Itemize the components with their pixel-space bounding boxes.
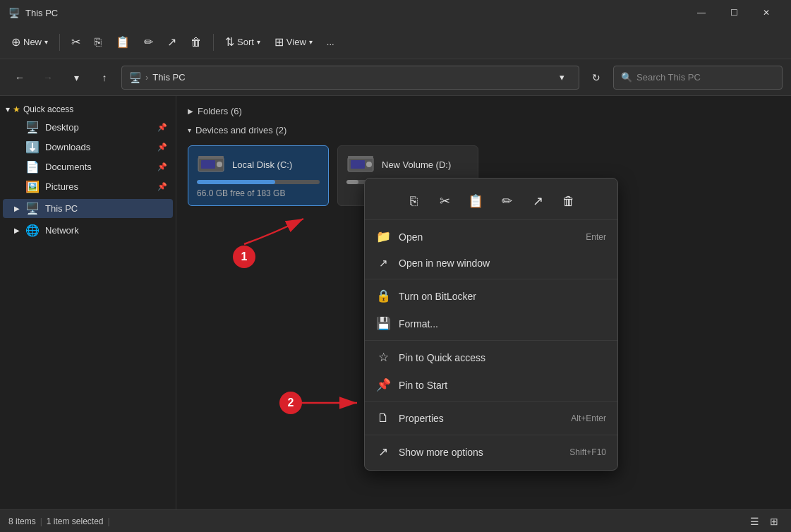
drive-d-header: New Volume (D:) bbox=[346, 153, 469, 176]
pictures-pin-icon: 📌 bbox=[157, 182, 167, 191]
annotation-1: 1 bbox=[233, 246, 255, 268]
ctx-pin-quick[interactable]: ☆ Pin to Quick access bbox=[365, 344, 617, 371]
toolbar-separator-2 bbox=[213, 34, 214, 51]
status-bar: 8 items | 1 item selected | ☰ ⊞ bbox=[0, 509, 791, 532]
folders-label: Folders (6) bbox=[198, 106, 242, 116]
ctx-sep-1 bbox=[365, 279, 617, 279]
address-path[interactable]: 🖥️ › This PC ▾ bbox=[121, 66, 579, 90]
ctx-pin-start-icon: 📌 bbox=[376, 377, 390, 392]
sidebar-item-desktop[interactable]: 🖥️ Desktop 📌 bbox=[3, 118, 173, 137]
sidebar-item-this-pc[interactable]: ▶ 🖥️ This PC bbox=[3, 199, 173, 218]
svg-rect-1 bbox=[201, 160, 215, 169]
sidebar-item-pictures[interactable]: 🖼️ Pictures 📌 bbox=[3, 177, 173, 196]
search-box[interactable]: 🔍 Search This PC bbox=[613, 66, 783, 90]
paste-icon: 📋 bbox=[116, 35, 130, 49]
delete-button[interactable]: 🗑 bbox=[185, 30, 207, 55]
drive-d-icon bbox=[346, 153, 375, 176]
expand-icon: ▾ bbox=[6, 104, 10, 114]
new-chevron-icon: ▾ bbox=[44, 38, 48, 46]
cut-icon: ✂ bbox=[71, 35, 80, 49]
address-separator: › bbox=[145, 72, 148, 83]
drive-c[interactable]: Local Disk (C:) 66.0 GB free of 183 GB bbox=[188, 145, 329, 206]
sidebar: ▾ ★ Quick access 🖥️ Desktop 📌 ⬇️ Downloa… bbox=[0, 96, 176, 509]
items-count: 8 items bbox=[8, 516, 36, 526]
maximize-button[interactable]: ☐ bbox=[718, 0, 750, 25]
desktop-pin-icon: 📌 bbox=[157, 123, 167, 132]
ctx-bitlocker[interactable]: 🔒 Turn on BitLocker bbox=[365, 282, 617, 310]
folders-section-header[interactable]: ▶ Folders (6) bbox=[188, 102, 780, 121]
ctx-pin-quick-icon: ☆ bbox=[376, 350, 390, 365]
forward-button[interactable]: → bbox=[37, 66, 59, 89]
documents-icon: 📄 bbox=[25, 160, 40, 174]
ctx-format-label: Format... bbox=[399, 318, 606, 330]
drives-section-header[interactable]: ▾ Devices and drives (2) bbox=[188, 121, 780, 140]
context-menu: ⎘ ✂ 📋 ✏ ↗ 🗑 📁 Open Enter ↗ Open in new w… bbox=[364, 178, 618, 471]
list-view-button[interactable]: ☰ bbox=[746, 513, 763, 530]
dropdown-history-button[interactable]: ▾ bbox=[65, 66, 87, 89]
annotation-1-number: 1 bbox=[241, 250, 248, 263]
view-icon: ⊞ bbox=[274, 35, 284, 49]
annotation-2-number: 2 bbox=[288, 397, 294, 409]
sidebar-item-documents[interactable]: 📄 Documents 📌 bbox=[3, 157, 173, 176]
back-button[interactable]: ← bbox=[8, 66, 31, 89]
drive-d-name: New Volume (D:) bbox=[382, 159, 451, 170]
ctx-bitlocker-label: Turn on BitLocker bbox=[399, 291, 606, 302]
status-right: ☰ ⊞ bbox=[746, 513, 783, 530]
refresh-button[interactable]: ↻ bbox=[585, 66, 608, 89]
sidebar-item-pictures-label: Pictures bbox=[45, 181, 78, 192]
sort-button[interactable]: ⇅ Sort ▾ bbox=[219, 30, 266, 55]
rename-button[interactable]: ✏ bbox=[138, 30, 159, 55]
status-divider-2: | bbox=[108, 516, 110, 526]
address-icon: 🖥️ bbox=[129, 72, 141, 83]
this-pc-expand-icon: ▶ bbox=[14, 205, 20, 212]
ctx-properties[interactable]: 🗋 Properties Alt+Enter bbox=[365, 405, 617, 432]
window-title: This PC bbox=[25, 8, 58, 18]
ctx-pin-start[interactable]: 📌 Pin to Start bbox=[365, 371, 617, 399]
search-placeholder: Search This PC bbox=[636, 72, 701, 83]
sort-chevron-icon: ▾ bbox=[257, 38, 260, 46]
ctx-cut-btn[interactable]: ✂ bbox=[432, 188, 457, 214]
ctx-copy-btn[interactable]: ⎘ bbox=[401, 188, 426, 214]
share-button[interactable]: ↗ bbox=[162, 30, 182, 55]
ctx-delete-icon: 🗑 bbox=[562, 194, 575, 209]
close-button[interactable]: ✕ bbox=[750, 0, 783, 25]
ctx-share-btn[interactable]: ↗ bbox=[525, 188, 550, 214]
quick-access-section: ▾ ★ Quick access 🖥️ Desktop 📌 ⬇️ Downloa… bbox=[0, 102, 176, 196]
copy-button[interactable]: ⎘ bbox=[89, 30, 107, 55]
ctx-delete-btn[interactable]: 🗑 bbox=[556, 188, 581, 214]
view-chevron-icon: ▾ bbox=[309, 38, 313, 46]
toolbar: ⊕ New ▾ ✂ ⎘ 📋 ✏ ↗ 🗑 ⇅ Sort ▾ ⊞ View ▾ ..… bbox=[0, 25, 791, 59]
drive-c-progress bbox=[197, 180, 320, 184]
view-button[interactable]: ⊞ View ▾ bbox=[269, 30, 318, 55]
ctx-paste-btn[interactable]: 📋 bbox=[463, 188, 488, 214]
ctx-pin-quick-label: Pin to Quick access bbox=[399, 352, 606, 363]
ctx-show-more[interactable]: ↗ Show more options Shift+F10 bbox=[365, 438, 617, 466]
up-button[interactable]: ↑ bbox=[93, 66, 116, 89]
ctx-open-new-window[interactable]: ↗ Open in new window bbox=[365, 250, 617, 276]
folders-expand-icon: ▶ bbox=[188, 107, 193, 115]
sidebar-item-downloads[interactable]: ⬇️ Downloads 📌 bbox=[3, 138, 173, 157]
network-icon: 🌐 bbox=[25, 224, 40, 237]
ctx-format[interactable]: 💾 Format... bbox=[365, 310, 617, 337]
annotation-2: 2 bbox=[279, 392, 302, 414]
ctx-show-more-icon: ↗ bbox=[376, 445, 390, 459]
ctx-rename-icon: ✏ bbox=[502, 193, 512, 209]
quick-access-header[interactable]: ▾ ★ Quick access bbox=[0, 102, 176, 117]
network-section: ▶ 🌐 Network bbox=[0, 221, 176, 240]
status-divider: | bbox=[40, 516, 42, 526]
grid-view-button[interactable]: ⊞ bbox=[766, 513, 783, 530]
cut-button[interactable]: ✂ bbox=[66, 30, 86, 55]
new-button[interactable]: ⊕ New ▾ bbox=[6, 30, 54, 55]
minimize-button[interactable]: — bbox=[685, 0, 718, 25]
sidebar-item-network[interactable]: ▶ 🌐 Network bbox=[3, 221, 173, 240]
ctx-open[interactable]: 📁 Open Enter bbox=[365, 223, 617, 250]
paste-button[interactable]: 📋 bbox=[110, 30, 135, 55]
ctx-properties-icon: 🗋 bbox=[376, 411, 390, 425]
drive-c-space: 66.0 GB free of 183 GB bbox=[197, 188, 320, 198]
downloads-pin-icon: 📌 bbox=[157, 143, 167, 152]
ctx-rename-btn[interactable]: ✏ bbox=[494, 188, 519, 214]
drive-c-name: Local Disk (C:) bbox=[232, 159, 292, 170]
more-button[interactable]: ... bbox=[321, 30, 340, 55]
address-dropdown-button[interactable]: ▾ bbox=[552, 66, 572, 90]
ctx-copy-icon: ⎘ bbox=[410, 194, 418, 209]
